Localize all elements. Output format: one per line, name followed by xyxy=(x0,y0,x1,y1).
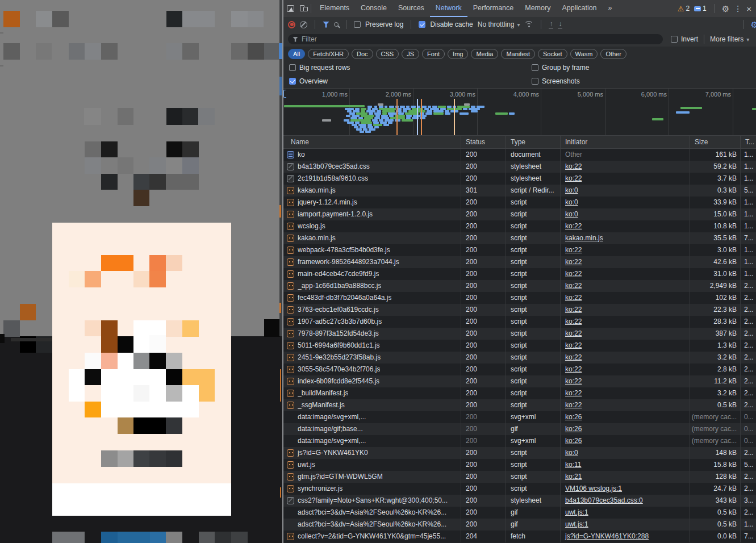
request-name-cell[interactable]: 3763-ecbc1ef0a619ccdc.js xyxy=(283,304,461,316)
chip-wasm[interactable]: Wasm xyxy=(570,49,598,59)
initiator-link[interactable]: ko:22 xyxy=(565,222,582,230)
initiator-link[interactable]: kakao.min.js xyxy=(565,234,603,242)
request-name-cell[interactable]: 7978-897f3a152fd54de3.js xyxy=(283,328,461,340)
initiator-link[interactable]: uwt.js:1 xyxy=(565,508,588,516)
settings-gear-icon[interactable]: ⚙ xyxy=(722,5,729,13)
initiator-link[interactable]: ko:22 xyxy=(565,282,582,290)
chip-doc[interactable]: Doc xyxy=(352,49,373,59)
initiator-link[interactable]: VM106 wcslog.js:1 xyxy=(565,484,622,492)
request-name-cell[interactable]: kakao.min.js xyxy=(283,232,461,244)
chip-socket[interactable]: Socket xyxy=(538,49,567,59)
filter-input[interactable]: Filter xyxy=(288,34,663,44)
table-row[interactable]: framework-98526448923a7044.js200scriptko… xyxy=(283,256,756,268)
request-name-cell[interactable]: css2?family=Noto+Sans+KR:wght@300;400;50… xyxy=(283,495,461,507)
table-row[interactable]: _buildManifest.js200scriptko:223.2 kB2..… xyxy=(283,387,756,399)
tab-console[interactable]: Console xyxy=(355,0,392,17)
chip-font[interactable]: Font xyxy=(422,49,445,59)
initiator-link[interactable]: ko:22 xyxy=(565,401,582,409)
request-name-cell[interactable]: _app-1c66d1ba9a888bcc.js xyxy=(283,280,461,292)
initiator-link[interactable]: ko:22 xyxy=(565,270,582,278)
network-conditions-icon[interactable] xyxy=(524,21,533,28)
initiator-link[interactable]: ko:22 xyxy=(565,377,582,385)
table-row[interactable]: wcslog.js200scriptko:2210.8 kB1... xyxy=(283,220,756,232)
chip-media[interactable]: Media xyxy=(471,49,498,59)
initiator-link[interactable]: ko:0 xyxy=(565,449,578,457)
kebab-menu-icon[interactable]: ⋮ xyxy=(734,5,742,12)
table-row[interactable]: main-ed4ceb4c7cde9fd9.js200scriptko:2231… xyxy=(283,268,756,280)
request-name-cell[interactable]: _ssgManifest.js xyxy=(283,399,461,411)
network-overview-timeline[interactable]: 1,000 ms2,000 ms3,000 ms4,000 ms5,000 ms… xyxy=(283,88,756,136)
request-name-cell[interactable]: 2451-9e32b55d273f58ab.js xyxy=(283,352,461,364)
request-name-cell[interactable]: 3055-58c5470e34b2f706.js xyxy=(283,364,461,375)
request-name-cell[interactable]: wcslog.js xyxy=(283,220,461,232)
request-name-cell[interactable]: data:image/svg+xml,... xyxy=(283,411,461,423)
column-header-name[interactable]: Name xyxy=(283,136,461,148)
table-row[interactable]: _app-1c66d1ba9a888bcc.js200scriptko:222,… xyxy=(283,280,756,292)
tab-application[interactable]: Application xyxy=(556,0,602,17)
initiator-link[interactable]: ko:26 xyxy=(565,413,582,421)
request-name-cell[interactable]: js?id=G-YNKW461YK0 xyxy=(283,447,461,459)
column-header-status[interactable]: Status xyxy=(461,136,506,148)
tab-elements[interactable]: Elements xyxy=(314,0,355,17)
table-row[interactable]: jquery-1.12.4.min.js200scriptko:033.9 kB… xyxy=(283,197,756,208)
request-name-cell[interactable]: 1907-ad5c27c3b3b7d60b.js xyxy=(283,316,461,328)
initiator-link[interactable]: ko:22 xyxy=(565,389,582,397)
option-overview[interactable]: Overview xyxy=(289,77,328,85)
request-name-cell[interactable]: ko xyxy=(283,149,461,161)
chip-manifest[interactable]: Manifest xyxy=(501,49,535,59)
initiator-link[interactable]: ko:22 xyxy=(565,329,582,337)
option-screenshots[interactable]: Screenshots xyxy=(532,77,580,85)
device-toolbar-icon[interactable] xyxy=(300,5,308,12)
table-row[interactable]: webpack-478a3cf5b4b0d3fe.js200scriptko:2… xyxy=(283,244,756,256)
initiator-link[interactable]: ko:0 xyxy=(565,186,578,194)
request-name-cell[interactable]: _buildManifest.js xyxy=(283,387,461,399)
preserve-log-label[interactable]: Preserve log xyxy=(365,20,403,28)
request-name-cell[interactable]: data:image/gif;base... xyxy=(283,423,461,435)
table-row[interactable]: kakao.min.js200scriptkakao.min.js35.5 kB… xyxy=(283,232,756,244)
initiator-link[interactable]: ko:26 xyxy=(565,437,582,445)
initiator-link[interactable]: ko:22 xyxy=(565,306,582,314)
initiator-link[interactable]: ko:22 xyxy=(565,258,582,266)
issues-badge[interactable]: 1 xyxy=(694,5,707,12)
search-icon[interactable] xyxy=(334,22,339,27)
table-row[interactable]: data:image/svg+xml,...200svg+xmlko:26(me… xyxy=(283,435,756,447)
request-name-cell[interactable]: 5011-6994a6f9b60dd1c1.js xyxy=(283,340,461,352)
table-row[interactable]: fec483df-db3f7b2046a0a64a.js200scriptko:… xyxy=(283,292,756,304)
column-header-size[interactable]: Size xyxy=(690,136,741,148)
chip-css[interactable]: CSS xyxy=(376,49,399,59)
disable-cache-checkbox[interactable] xyxy=(419,21,425,28)
network-settings-gear-icon[interactable]: ⚙ xyxy=(751,20,756,29)
option-group-by-frame[interactable]: Group by frame xyxy=(532,64,589,72)
request-name-cell[interactable]: jquery-1.12.4.min.js xyxy=(283,197,461,208)
preserve-log-checkbox[interactable] xyxy=(354,21,361,28)
inspect-element-icon[interactable] xyxy=(287,5,294,12)
table-row[interactable]: uwt.js200scriptko:1115.8 kB5... xyxy=(283,459,756,471)
initiator-link[interactable]: js?id=G-YNKW461YK0:288 xyxy=(565,532,649,540)
export-har-icon[interactable]: ↓ xyxy=(558,20,562,28)
column-header-t[interactable]: T... xyxy=(741,136,756,148)
request-name-cell[interactable]: collect?v=2&tid=G-YNKW461YK0&gtm=45je55.… xyxy=(283,531,461,542)
table-row[interactable]: ko200documentOther161 kB1... xyxy=(283,149,756,161)
table-row[interactable]: 5011-6994a6f9b60dd1c1.js200scriptko:221.… xyxy=(283,340,756,352)
initiator-link[interactable]: ko:0 xyxy=(565,198,578,206)
tab-network[interactable]: Network xyxy=(430,0,467,17)
column-header-initiator[interactable]: Initiator xyxy=(561,136,690,148)
more-tabs-chevron[interactable]: » xyxy=(603,0,618,17)
option-big-request-rows[interactable]: Big request rows xyxy=(289,64,350,72)
checkbox[interactable] xyxy=(532,78,538,85)
table-row[interactable]: 7978-897f3a152fd54de3.js200scriptko:2238… xyxy=(283,328,756,340)
table-row[interactable]: 3055-58c5470e34b2f706.js200scriptko:222.… xyxy=(283,364,756,375)
initiator-link[interactable]: b4a13b079cec35ad.css:0 xyxy=(565,496,643,504)
request-name-cell[interactable]: iamport.payment-1.2.0.js xyxy=(283,208,461,220)
request-name-cell[interactable]: index-6b09fcdd8e2f5445.js xyxy=(283,375,461,387)
throttling-dropdown[interactable]: No throttling▾ xyxy=(478,20,520,28)
record-network-log-button[interactable] xyxy=(288,21,295,28)
tab-performance[interactable]: Performance xyxy=(467,0,520,17)
chip-all[interactable]: All xyxy=(288,49,305,59)
table-row[interactable]: data:image/svg+xml,...200svg+xmlko:26(me… xyxy=(283,411,756,423)
initiator-link[interactable]: ko:21 xyxy=(565,473,582,481)
initiator-link[interactable]: ko:22 xyxy=(565,353,582,361)
initiator-link[interactable]: ko:22 xyxy=(565,341,582,349)
initiator-link[interactable]: ko:22 xyxy=(565,294,582,302)
request-name-cell[interactable]: gtm.js?id=GTM-WDWL5GM xyxy=(283,471,461,483)
